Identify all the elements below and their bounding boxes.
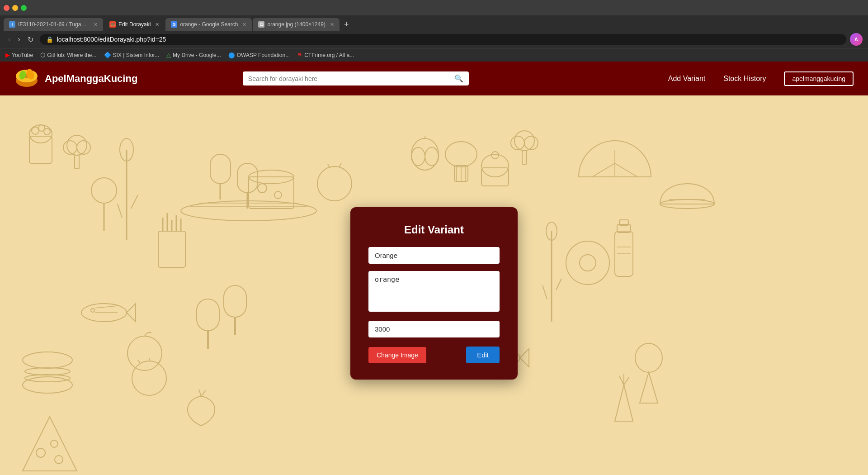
- six-icon: 🔷: [104, 52, 111, 58]
- address-input[interactable]: [57, 36, 840, 43]
- svg-line-43: [339, 163, 341, 167]
- browser-addressbar: ‹ › ↻ 🔒 A: [0, 31, 868, 48]
- svg-rect-5: [29, 136, 52, 163]
- search-container[interactable]: 🔍: [243, 71, 469, 86]
- tab-close-if3110[interactable]: ✕: [94, 22, 98, 28]
- browser-tab-google[interactable]: G orange - Google Search ✕: [165, 18, 252, 31]
- search-input[interactable]: [248, 75, 451, 82]
- svg-rect-40: [522, 151, 527, 164]
- variant-name-input[interactable]: [368, 247, 500, 264]
- name-field-group: [368, 247, 500, 264]
- window-controls: [4, 5, 27, 11]
- svg-point-99: [91, 178, 117, 203]
- svg-point-35: [481, 154, 509, 177]
- svg-rect-77: [617, 224, 631, 233]
- search-icon[interactable]: 🔍: [454, 74, 463, 83]
- svg-marker-83: [615, 385, 633, 421]
- drive-icon: △: [166, 52, 171, 58]
- svg-point-27: [181, 201, 316, 221]
- bookmark-six[interactable]: 🔷 SIX | Sistem Infor...: [104, 52, 160, 58]
- forward-button[interactable]: ›: [15, 34, 23, 44]
- back-button[interactable]: ‹: [5, 34, 13, 44]
- svg-line-49: [592, 163, 615, 177]
- bookmark-drive[interactable]: △ My Drive - Google...: [166, 52, 221, 58]
- form-actions: Change Image Edit: [368, 347, 500, 363]
- new-tab-button[interactable]: +: [340, 18, 353, 31]
- app-name: ApelManggaKucing: [45, 73, 137, 85]
- svg-point-21: [25, 375, 70, 382]
- svg-point-44: [411, 138, 439, 170]
- tab-close-orange-jpg[interactable]: ✕: [330, 22, 334, 28]
- browser-tab-if3110[interactable]: I IF3110-2021-01-69 / Tugas Besar 1 ✕: [4, 18, 103, 31]
- bookmark-six-label: SIX | Sistem Infor...: [113, 52, 160, 58]
- price-field-group: [368, 321, 500, 337]
- variant-description-textarea[interactable]: orange: [368, 271, 500, 312]
- svg-point-39: [524, 136, 538, 150]
- svg-point-97: [51, 440, 58, 447]
- profile-button[interactable]: apelmanggakucing: [784, 71, 854, 86]
- svg-point-37: [514, 131, 534, 151]
- svg-point-22: [23, 377, 72, 393]
- svg-point-75: [580, 255, 596, 271]
- svg-point-91: [445, 142, 477, 167]
- tab-favicon-orange-jpg: 🖼: [258, 21, 264, 28]
- svg-point-101: [660, 200, 714, 209]
- variant-price-input[interactable]: [368, 321, 500, 337]
- svg-point-58: [120, 138, 133, 161]
- add-variant-link[interactable]: Add Variant: [668, 75, 705, 83]
- maximize-window-button[interactable]: [21, 5, 27, 11]
- bookmark-ctftime[interactable]: ⚑ CTFrime.org / All a...: [297, 52, 354, 58]
- svg-rect-51: [158, 231, 185, 267]
- bookmark-youtube-label: YouTube: [12, 52, 33, 58]
- minimize-window-button[interactable]: [12, 5, 18, 11]
- nav-buttons: ‹ › ↻: [5, 34, 36, 45]
- svg-point-46: [425, 147, 439, 166]
- main-content: Edit Variant orange Change Image Edit: [0, 95, 868, 475]
- svg-line-60: [131, 195, 138, 209]
- bookmark-drive-label: My Drive - Google...: [173, 52, 221, 58]
- svg-point-14: [81, 304, 127, 322]
- svg-rect-87: [210, 154, 231, 184]
- tab-title-orange-jpg: orange.jpg (1400×1249): [267, 21, 325, 28]
- svg-point-12: [77, 141, 90, 154]
- close-window-button[interactable]: [4, 5, 9, 11]
- svg-rect-34: [481, 168, 509, 186]
- tab-favicon-google: G: [171, 21, 177, 28]
- reload-button[interactable]: ↻: [25, 34, 36, 45]
- secure-icon: 🔒: [46, 36, 53, 43]
- svg-point-98: [55, 456, 63, 464]
- svg-line-105: [542, 285, 547, 299]
- bookmark-github[interactable]: ⬡ GitHub: Where the...: [40, 52, 96, 58]
- tab-close-edit[interactable]: ✕: [155, 22, 159, 28]
- modal-title: Edit Variant: [368, 223, 500, 236]
- svg-point-33: [274, 191, 282, 199]
- edit-button[interactable]: Edit: [466, 347, 500, 363]
- svg-line-42: [328, 164, 330, 168]
- svg-point-8: [38, 125, 45, 131]
- svg-line-66: [199, 390, 201, 396]
- svg-rect-61: [197, 299, 219, 331]
- svg-point-16: [91, 309, 94, 312]
- browser-tab-orange-jpg[interactable]: 🖼 orange.jpg (1400×1249) ✕: [253, 18, 339, 31]
- app-logo[interactable]: ApelManggaKucing: [14, 66, 137, 91]
- svg-line-106: [556, 279, 561, 290]
- svg-line-86: [624, 377, 629, 385]
- svg-line-59: [118, 204, 122, 218]
- svg-rect-63: [224, 285, 246, 317]
- svg-line-67: [201, 390, 206, 396]
- stock-history-link[interactable]: Stock History: [723, 75, 766, 83]
- browser-tab-edit-dorayaki[interactable]: 🍩 Edit Dorayaki ✕: [104, 18, 165, 31]
- svg-point-11: [63, 141, 77, 154]
- svg-point-41: [317, 166, 352, 201]
- change-image-button[interactable]: Change Image: [368, 347, 426, 363]
- svg-line-50: [615, 163, 637, 177]
- address-bar-container[interactable]: 🔒: [40, 34, 846, 45]
- svg-point-36: [491, 152, 499, 159]
- tab-favicon-edit: 🍩: [109, 21, 116, 28]
- svg-marker-15: [127, 304, 136, 322]
- bookmark-owasp[interactable]: ⬤ OWASP Foundation...: [228, 52, 290, 58]
- tab-close-google[interactable]: ✕: [242, 22, 246, 28]
- svg-marker-82: [640, 372, 658, 403]
- svg-point-81: [635, 343, 662, 372]
- bookmark-youtube[interactable]: ▶ YouTube: [5, 52, 33, 58]
